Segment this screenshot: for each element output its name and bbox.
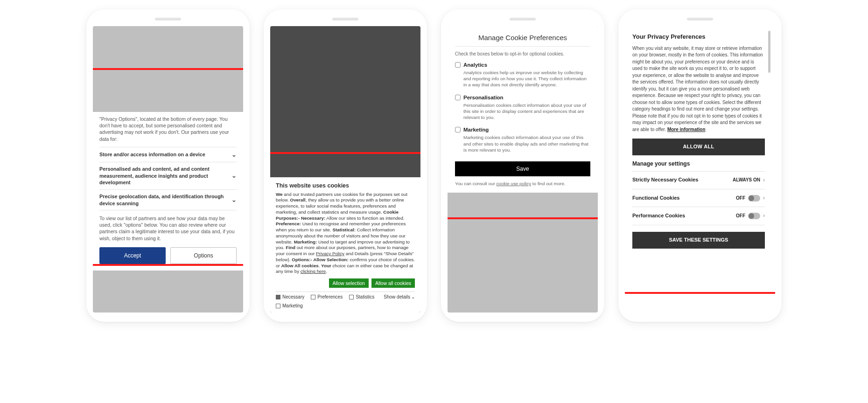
purpose-row[interactable]: Personalised ads and content, ad and con… (99, 162, 237, 189)
phone-4: Your Privacy Preferences When you visit … (618, 9, 782, 322)
screen-2: This website uses cookies We and our tru… (270, 26, 420, 313)
setting-name: Functional Cookies (632, 195, 679, 202)
partners-note: To view our list of partners and see how… (99, 215, 237, 242)
purpose-label: Precise geolocation data, and identifica… (99, 193, 231, 207)
chevron-right-icon: › (763, 194, 765, 202)
speaker-slot (687, 18, 713, 21)
speaker-slot (155, 18, 181, 21)
purpose-label: Store and/or access information on a dev… (99, 151, 205, 158)
allow-all-button[interactable]: ALLOW ALL (632, 139, 765, 155)
settings-row[interactable]: Performance CookiesOFF› (632, 207, 765, 225)
phones-row: "Privacy Options", located at the bottom… (9, 9, 859, 322)
category-checkbox[interactable] (455, 62, 461, 68)
setting-state: OFF (736, 195, 745, 202)
options-button[interactable]: Options (170, 247, 237, 264)
more-information-link[interactable]: More information (667, 127, 706, 132)
scrollbar-thumb[interactable] (768, 31, 770, 73)
accept-button[interactable]: Accept (99, 247, 166, 264)
screen-1: "Privacy Options", located at the bottom… (93, 26, 243, 313)
banner-body: We and our trusted partners use cookies … (276, 192, 415, 275)
necessary-checkbox[interactable]: Necessary (276, 294, 304, 300)
cookie-policy-link[interactable]: cookie use policy (496, 181, 531, 186)
setting-name: Performance Cookies (632, 212, 685, 220)
privacy-dialog: "Privacy Options", located at the bottom… (93, 112, 243, 271)
screen-3: Manage Cookie Preferences Check the boxe… (448, 26, 598, 313)
settings-row[interactable]: Strictly Necessary CookiesALWAYS ON› (632, 171, 765, 189)
purpose-row[interactable]: Precise geolocation data, and identifica… (99, 189, 237, 210)
phone-3: Manage Cookie Preferences Check the boxe… (441, 9, 604, 322)
setting-name: Strictly Necessary Cookies (632, 176, 698, 184)
clicking-here-link[interactable]: clicking here (301, 269, 326, 274)
chevron-down-icon: ⌄ (231, 196, 237, 204)
chevron-down-icon: ⌄ (411, 294, 415, 300)
purpose-row[interactable]: Store and/or access information on a dev… (99, 147, 237, 162)
allow-selection-button[interactable]: Allow selection (329, 278, 369, 288)
privacy-policy-link[interactable]: Privacy Policy (316, 251, 344, 256)
purpose-label: Personalised ads and content, ad and con… (99, 166, 231, 186)
cookie-category: PersonalisationPersonalisation cookies c… (455, 95, 590, 121)
show-details-link[interactable]: Show details ⌄ (384, 294, 415, 300)
category-checkbox[interactable] (455, 95, 461, 100)
category-name: Personalisation (463, 95, 504, 100)
chevron-down-icon: ⌄ (231, 151, 237, 159)
category-desc: Personalisation cookies collect informat… (455, 102, 590, 121)
settings-row[interactable]: Functional CookiesOFF› (632, 189, 765, 207)
phone-1: "Privacy Options", located at the bottom… (86, 9, 250, 322)
category-checkboxes: Necessary Preferences Statistics Marketi… (276, 292, 415, 309)
save-button[interactable]: Save (455, 161, 590, 176)
speaker-slot (510, 18, 536, 21)
manage-settings-heading: Manage your settings (632, 160, 765, 168)
setting-state: ALWAYS ON (733, 177, 760, 184)
save-settings-button[interactable]: SAVE THESE SETTINGS (632, 232, 765, 249)
category-desc: Marketing cookies collect information ab… (455, 134, 590, 153)
cookie-banner: This website uses cookies We and our tru… (270, 177, 420, 313)
toggle-switch[interactable] (748, 195, 760, 202)
screen-4: Your Privacy Preferences When you visit … (625, 26, 775, 313)
statistics-checkbox[interactable]: Statistics (349, 294, 374, 300)
speaker-slot (332, 18, 358, 21)
chevron-down-icon: ⌄ (231, 172, 237, 180)
privacy-preferences-panel: Your Privacy Preferences When you visit … (625, 26, 771, 313)
toggle-switch[interactable] (748, 213, 760, 219)
cookie-category: AnalyticsAnalytics cookies help us impro… (455, 62, 590, 88)
category-name: Marketing (463, 127, 489, 132)
category-name: Analytics (463, 62, 487, 68)
panel-body: When you visit any website, it may store… (632, 45, 765, 133)
cookie-category: MarketingMarketing cookies collect infor… (455, 127, 590, 153)
panel-title: Manage Cookie Preferences (455, 34, 590, 47)
category-desc: Analytics cookies help us improve our we… (455, 69, 590, 88)
panel-intro: Check the boxes below to opt-in for opti… (455, 51, 590, 56)
allow-all-cookies-button[interactable]: Allow all cookies (371, 278, 415, 288)
chevron-right-icon: › (763, 176, 765, 184)
cookie-policy-note: You can consult our cookie use policy to… (455, 181, 590, 186)
phone-2: This website uses cookies We and our tru… (264, 9, 427, 322)
preferences-checkbox[interactable]: Preferences (311, 294, 343, 300)
banner-title: This website uses cookies (276, 182, 415, 189)
intro-text: "Privacy Options", located at the bottom… (99, 116, 237, 142)
chevron-right-icon: › (763, 212, 765, 220)
manage-preferences-panel: Manage Cookie Preferences Check the boxe… (448, 26, 598, 193)
marketing-checkbox[interactable]: Marketing (276, 303, 415, 309)
setting-state: OFF (736, 213, 745, 220)
category-checkbox[interactable] (455, 127, 461, 132)
panel-title: Your Privacy Preferences (632, 33, 765, 42)
